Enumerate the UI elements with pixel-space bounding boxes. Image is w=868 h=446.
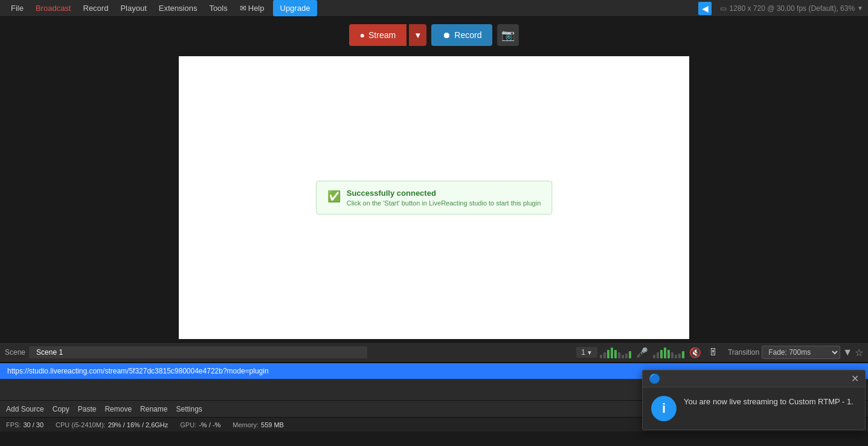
memory-value: 559 MB (261, 421, 284, 428)
notification-close-button[interactable]: ✕ (851, 373, 859, 384)
toast-title: Successfully connected (347, 189, 541, 198)
record-button[interactable]: ⏺ Record (431, 24, 492, 46)
cpu-status: CPU (i5-2410M): 29% / 16% / 2,6GHz (56, 421, 168, 428)
stream-icon: ● (360, 30, 365, 40)
resolution-icon: ▭ (720, 4, 727, 13)
success-toast: ✅ Successfully connected Click on the 'S… (316, 181, 553, 215)
check-icon: ✅ (327, 190, 341, 203)
scene-bar: Scene Scene 1 1 ▼ 🎤 (0, 342, 868, 363)
scene-label: Scene (5, 348, 25, 357)
gpu-status: GPU: -% / -% (180, 421, 220, 428)
resolution-arrow: ▼ (857, 5, 863, 11)
scene-controls: 1 ▼ 🎤 🔇 🎚 Tran (576, 346, 863, 360)
menu-help[interactable]: ✉Help (234, 0, 271, 16)
menu-file[interactable]: File (5, 0, 30, 16)
speaker-button[interactable]: 🔇 (687, 346, 704, 360)
menu-record[interactable]: Record (77, 0, 115, 16)
gpu-value: -% / -% (199, 421, 220, 428)
menu-tools[interactable]: Tools (203, 0, 233, 16)
paste-button[interactable]: Paste (78, 405, 97, 413)
toolbar: ● Stream ▼ ⏺ Record 📷 (0, 17, 868, 53)
menu-arrow-icon: ◀ (698, 2, 712, 15)
mixer-button[interactable]: 🎚 (706, 346, 721, 359)
menu-broadcast[interactable]: Broadcast (30, 0, 77, 16)
mic-button[interactable]: 🎤 (634, 346, 651, 360)
notification-header: 🔵 ✕ (643, 370, 865, 387)
resolution-text: 1280 x 720 @ 30,00 fps (Default), 63% (729, 4, 855, 13)
remove-button[interactable]: Remove (104, 405, 132, 413)
fps-status: FPS: 30 / 30 (6, 421, 43, 428)
audio-bars-left (600, 346, 631, 358)
notification-text: You are now live streaming to Custom RTM… (684, 396, 854, 408)
transition-dropdown-button[interactable]: ▼ (843, 347, 852, 358)
memory-status: Memory: 559 MB (233, 421, 284, 428)
stream-button[interactable]: ● Stream (349, 24, 407, 46)
preview-canvas: ✅ Successfully connected Click on the 'S… (179, 56, 689, 339)
menu-extensions[interactable]: Extensions (153, 0, 204, 16)
camera-icon: 📷 (501, 28, 515, 42)
menu-right: ◀ ▭ 1280 x 720 @ 30,00 fps (Default), 63… (698, 2, 863, 15)
transition-label: Transition (728, 348, 759, 357)
menu-playout[interactable]: Playout (114, 0, 152, 16)
scene-num-badge[interactable]: 1 ▼ (576, 347, 597, 358)
settings-button[interactable]: Settings (176, 405, 202, 413)
record-icon: ⏺ (442, 30, 451, 40)
cpu-value: 29% / 16% / 2,6GHz (108, 421, 169, 428)
notification-header-icon: 🔵 (649, 373, 661, 384)
audio-bars-right (653, 346, 684, 358)
toast-subtitle: Click on the 'Start' button in LiveReact… (347, 199, 541, 207)
preview-area: ✅ Successfully connected Click on the 'S… (0, 53, 868, 342)
fps-label: FPS: (6, 421, 21, 428)
menu-bar: File Broadcast Record Playout Extensions… (0, 0, 868, 17)
rename-button[interactable]: Rename (140, 405, 167, 413)
add-source-button[interactable]: Add Source (6, 405, 44, 413)
memory-label: Memory: (233, 421, 259, 428)
gpu-label: GPU: (180, 421, 196, 428)
scene-name: Scene 1 (29, 346, 367, 358)
stream-dropdown-button[interactable]: ▼ (409, 24, 426, 46)
menu-upgrade[interactable]: Upgrade (273, 0, 318, 16)
cpu-label: CPU (i5-2410M): (56, 421, 106, 428)
notification-panel: 🔵 ✕ i You are now live streaming to Cust… (642, 370, 866, 430)
notification-info-icon: i (651, 396, 677, 421)
transition-star-button[interactable]: ☆ (855, 347, 863, 358)
notification-body: i You are now live streaming to Custom R… (643, 387, 865, 430)
chevron-down-icon: ▼ (587, 349, 593, 356)
copy-button[interactable]: Copy (53, 405, 69, 413)
transition-select[interactable]: Fade: 700ms (762, 346, 840, 359)
screenshot-button[interactable]: 📷 (497, 24, 519, 46)
fps-value: 30 / 30 (23, 421, 43, 428)
